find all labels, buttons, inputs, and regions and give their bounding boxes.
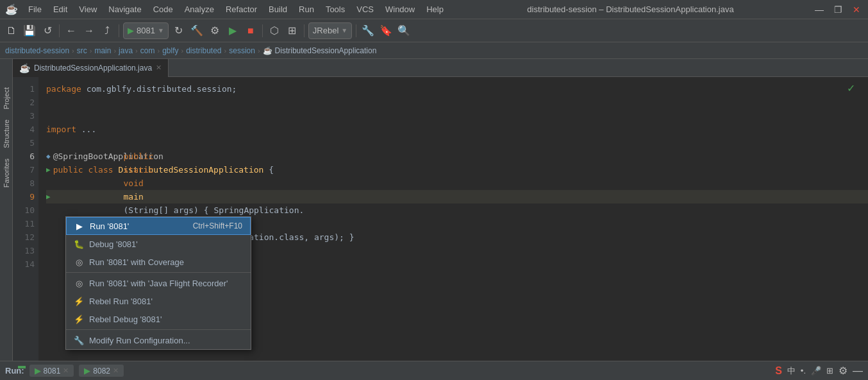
line-num-12: 12 — [13, 230, 35, 244]
menu-item-refactor[interactable]: Refactor — [221, 3, 262, 15]
java-file-icon: ☕ — [19, 63, 30, 73]
make-icon[interactable]: ⚙ — [207, 23, 222, 39]
code-line-3 — [46, 109, 868, 123]
bc-arrow-7: › — [224, 47, 227, 55]
breadcrumb: distributed-session›src›main›java›com›gb… — [0, 42, 868, 59]
cm-run-label: Run '8081' — [90, 221, 129, 231]
run-tab-8082-icon: ▶ — [84, 366, 90, 376]
bc-arrow-6: › — [181, 47, 183, 55]
cm-debug-8081[interactable]: 🐛 Debug '8081' — [66, 235, 251, 253]
run-tab-8081-label: 8081 — [44, 367, 61, 376]
menu-item-view[interactable]: View — [74, 3, 102, 15]
cm-run-flight-recorder[interactable]: ◎ Run '8081' with 'Java Flight Recorder' — [66, 274, 251, 292]
cm-run-icon: ▶ — [74, 221, 85, 231]
menu-item-analyze[interactable]: Analyze — [179, 3, 219, 15]
maximize-button[interactable]: ❐ — [831, 4, 845, 15]
title-bar-left: ☕ FileEditViewNavigateCodeAnalyzeRefacto… — [5, 3, 449, 15]
cm-modify-icon: 🔧 — [74, 335, 84, 345]
bc-item-distributedsessionapplication[interactable]: ☕DistributedSessionApplication — [263, 46, 377, 55]
bc-item-gblfy[interactable]: gblfy — [162, 46, 178, 55]
stop-icon[interactable]: ■ — [243, 23, 258, 39]
line-num-2: 2 — [13, 96, 35, 109]
run-config-dropdown[interactable]: ▶ 8081 ▼ — [123, 22, 169, 39]
bc-item-main[interactable]: main — [94, 46, 111, 55]
cm-modify-run-config[interactable]: 🔧 Modify Run Configuration... — [66, 331, 251, 349]
run-tab-8082-close-icon[interactable]: ✕ — [113, 367, 119, 375]
cm-rebel-run-icon: ⚡ — [74, 296, 84, 306]
cm-rebel-debug-8081[interactable]: ⚡ Rebel Debug '8081' — [66, 310, 251, 328]
menu-item-code[interactable]: Code — [148, 3, 178, 15]
gutter-icon-9: ▶ — [46, 190, 51, 203]
build-icon[interactable]: 🔨 — [189, 23, 204, 39]
line-num-13: 13 — [13, 244, 35, 257]
cm-rebel-debug-label: Rebel Debug '8081' — [89, 315, 162, 324]
rebel-icon: S — [775, 365, 782, 377]
bc-arrow-8: › — [258, 47, 260, 55]
code-line-4: import ... — [46, 123, 868, 136]
bc-arrow-5: › — [157, 47, 160, 55]
profile-icon[interactable]: ⬡ — [267, 23, 282, 39]
run-config-icon: ▶ — [128, 26, 134, 35]
cm-coverage-icon: ◎ — [74, 257, 84, 267]
back-icon[interactable]: ← — [63, 23, 79, 39]
editor-tab-distributed-session[interactable]: ☕ DistributedSessionApplication.java ✕ — [13, 59, 169, 77]
title-bar-right: — ❐ ✕ — [812, 4, 863, 15]
search-everywhere-icon[interactable]: 🔍 — [396, 23, 412, 39]
menu-item-help[interactable]: Help — [421, 3, 449, 15]
menu-item-navigate[interactable]: Navigate — [103, 3, 146, 15]
gutter-icon-7: ▶ — [46, 163, 51, 177]
menu-item-tools[interactable]: Tools — [321, 3, 350, 15]
settings-icon[interactable]: 🔧 — [360, 23, 376, 39]
sidebar-project-label[interactable]: Project — [1, 85, 12, 112]
status-bar: Run: ▶ 8081 ✕ ▶ 8082 ✕ S 中 •. 🎤 ⊞ ⚙ — — [0, 361, 868, 380]
status-bar-right: S 中 •. 🎤 ⊞ ⚙ — — [775, 365, 863, 377]
save-icon[interactable]: 💾 — [22, 23, 37, 39]
code-line-9: ▶ public static void main (String[] args… — [46, 190, 868, 203]
cm-run-coverage-label: Run '8081' with Coverage — [89, 257, 184, 267]
bc-item-java[interactable]: java — [119, 46, 133, 55]
settings-gear-icon[interactable]: ⚙ — [839, 365, 847, 377]
menu-item-edit[interactable]: Edit — [48, 3, 72, 15]
menu-item-build[interactable]: Build — [263, 3, 292, 15]
run-icon[interactable]: ▶ — [225, 23, 240, 39]
package-name: com.gblfy.distributed.session; — [87, 82, 237, 96]
menu-item-window[interactable]: Window — [380, 3, 420, 15]
bc-item-distributed[interactable]: distributed — [186, 46, 221, 55]
recent-files-icon[interactable]: ⤴ — [99, 23, 115, 39]
menu-item-vcs[interactable]: VCS — [351, 3, 379, 15]
line-num-11: 11 — [13, 217, 35, 230]
cm-debug-icon: 🐛 — [74, 239, 84, 249]
forward-icon[interactable]: → — [81, 23, 97, 39]
bc-item-src[interactable]: src — [77, 46, 87, 55]
sync-icon[interactable]: ↺ — [40, 23, 55, 39]
sidebar-structure-label[interactable]: Structure — [1, 117, 12, 151]
cm-flight-icon: ◎ — [74, 278, 84, 288]
bc-item-session[interactable]: session — [229, 46, 255, 55]
line-num-10: 10 — [13, 203, 35, 217]
jrebel-arrow-icon: ▼ — [341, 27, 347, 34]
run-tab-8082[interactable]: ▶ 8082 ✕ — [79, 365, 124, 377]
coverage-icon[interactable]: ⊞ — [285, 23, 300, 39]
menu-item-file[interactable]: File — [23, 3, 47, 15]
kw-static: static — [124, 165, 159, 175]
new-file-icon[interactable]: 🗋 — [4, 23, 19, 39]
title-bar: ☕ FileEditViewNavigateCodeAnalyzeRefacto… — [0, 0, 868, 19]
bc-item-distributed-session[interactable]: distributed-session — [5, 46, 69, 55]
run-tab-8081[interactable]: ▶ 8081 ✕ — [29, 365, 74, 377]
cm-run-coverage-8081[interactable]: ◎ Run '8081' with Coverage — [66, 253, 251, 271]
minimize-button[interactable]: — — [812, 4, 826, 15]
reload-icon[interactable]: ↻ — [171, 23, 187, 39]
close-button[interactable]: ✕ — [850, 4, 863, 15]
jrebel-dropdown[interactable]: JRebel ▼ — [308, 22, 352, 39]
cm-rebel-run-8081[interactable]: ⚡ Rebel Run '8081' — [66, 292, 251, 310]
run-tab-8081-close-icon[interactable]: ✕ — [63, 367, 69, 375]
bc-arrow-3: › — [113, 47, 116, 55]
sidebar-favorites-label[interactable]: Favorites — [1, 156, 12, 190]
tab-close-icon[interactable]: ✕ — [156, 64, 162, 72]
bookmarks-icon[interactable]: 🔖 — [378, 23, 394, 39]
jrebel-label: JRebel — [313, 26, 338, 35]
minimize-panel-icon[interactable]: — — [853, 365, 863, 377]
cm-run-8081[interactable]: ▶ Run '8081' Ctrl+Shift+F10 — [66, 217, 251, 235]
bc-item-com[interactable]: com — [140, 46, 155, 55]
menu-item-run[interactable]: Run — [294, 3, 319, 15]
